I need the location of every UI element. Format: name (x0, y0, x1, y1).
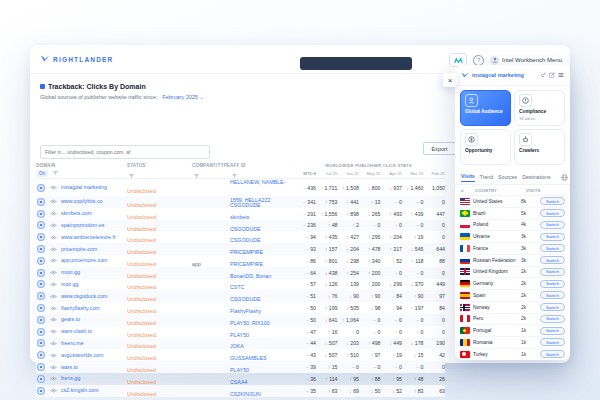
domain-link[interactable]: flashyflashy.com (61, 305, 127, 312)
funnel-icon[interactable] (53, 171, 58, 176)
switch-button[interactable]: Switch (540, 221, 565, 229)
card-compliance[interactable]: Compliance 18 alerts (514, 90, 565, 126)
domain-badge-icon[interactable] (36, 210, 46, 218)
eye-icon[interactable] (49, 294, 58, 299)
domain-link[interactable]: spainpromotion.es (61, 222, 127, 229)
eye-icon[interactable] (49, 185, 58, 190)
card-global-audience[interactable]: Global Audience (460, 90, 511, 126)
country-name: Peru (473, 316, 518, 321)
edit-icon[interactable] (549, 72, 555, 78)
domain-badge-icon[interactable] (36, 339, 46, 347)
eye-icon[interactable] (49, 376, 58, 381)
domain-link[interactable]: gears.io (61, 316, 127, 323)
aff-id-link[interactable]: CS2KINGUN (230, 391, 261, 397)
card-crawlers[interactable]: Crawlers (514, 129, 565, 165)
eye-icon[interactable] (49, 223, 58, 228)
domain-badge-icon[interactable] (36, 292, 46, 300)
eye-icon[interactable] (49, 270, 58, 275)
domain-link[interactable]: wars-clash.io (61, 328, 127, 335)
eye-icon[interactable] (49, 388, 58, 393)
domain-badge-icon[interactable] (36, 245, 46, 253)
domain-badge-icon[interactable] (36, 363, 46, 371)
switch-button[interactable]: Switch (540, 256, 565, 264)
domain-link[interactable]: pricempire.com (61, 246, 127, 253)
user-menu[interactable]: Intel Workbench Menu (490, 56, 562, 65)
eye-icon[interactable] (49, 365, 58, 370)
eye-icon[interactable] (49, 199, 58, 204)
menu-icon[interactable] (558, 72, 564, 78)
domain-badge-icon[interactable] (36, 257, 46, 265)
help-icon[interactable]: ? (473, 55, 484, 66)
stat-value: – 51 (292, 293, 316, 299)
card-opportunity[interactable]: Opportunity (460, 129, 511, 165)
domain-link[interactable]: www.copilybits.co (61, 198, 127, 205)
domain-badge-icon[interactable] (36, 316, 46, 324)
date-filter[interactable]: February 2025 (162, 94, 198, 100)
switch-button[interactable]: Switch (540, 327, 565, 335)
switch-button[interactable]: Switch (540, 197, 565, 205)
eye-icon[interactable] (49, 329, 58, 334)
eye-icon[interactable] (49, 235, 58, 240)
stat-value: ↑ 441 (338, 199, 360, 205)
switch-button[interactable]: Switch (540, 338, 565, 346)
link-icon[interactable] (540, 72, 546, 78)
tab-sources[interactable]: Sources (498, 174, 517, 182)
domain-link[interactable]: wars.io (61, 364, 127, 371)
domain-badge-icon[interactable] (36, 304, 46, 312)
domain-badge-icon[interactable] (36, 198, 46, 206)
column-header-domain[interactable]: DOMAIN (36, 163, 127, 168)
switch-button[interactable]: Switch (540, 209, 565, 217)
eye-icon[interactable] (49, 353, 58, 358)
switch-button[interactable]: Switch (540, 268, 565, 276)
stat-value: – 44 (292, 340, 316, 346)
switch-button[interactable]: Switch (540, 280, 565, 288)
eye-icon[interactable] (49, 258, 58, 263)
export-button[interactable]: Export (423, 142, 456, 155)
filter-input[interactable] (40, 145, 210, 159)
domain-badge-icon[interactable] (36, 351, 46, 359)
switch-button[interactable]: Switch (540, 244, 565, 252)
eye-icon[interactable] (49, 247, 58, 252)
eye-icon[interactable] (49, 341, 58, 346)
brand-logo[interactable]: RIGHTLANDER (40, 55, 114, 63)
br-flag-icon (460, 210, 470, 217)
column-header-visits: VISITS (526, 188, 564, 193)
domain-link[interactable]: www.ambienteleisure.fr (61, 234, 127, 241)
tab-trend[interactable]: Trend (480, 174, 493, 182)
domain-link[interactable]: app.pricempire.com (61, 257, 127, 264)
domain-badge-icon[interactable] (36, 387, 46, 395)
eye-icon[interactable] (49, 282, 58, 287)
domain-link[interactable]: mooi.gg (61, 269, 127, 276)
domain-link[interactable]: avgustworlds.com (61, 352, 127, 359)
switch-button[interactable]: Switch (540, 315, 565, 323)
domain-link[interactable]: instagoal marketing (61, 184, 127, 191)
chevron-down-icon[interactable]: ⌄ (199, 94, 203, 100)
domain-link[interactable]: cs2.kingsln.com (61, 387, 127, 394)
globe-icon[interactable] (561, 174, 568, 181)
switch-button[interactable]: Switch (540, 303, 565, 311)
domain-badge-icon[interactable] (36, 221, 46, 229)
domain-link[interactable]: skinbets.com (61, 210, 127, 217)
stat-column-header[interactable]: MTD ▾ (292, 171, 316, 176)
filter-toggle[interactable]: On (36, 170, 48, 177)
domain-badge-icon[interactable] (36, 280, 46, 288)
eye-icon[interactable] (49, 211, 58, 216)
eye-icon[interactable] (49, 317, 58, 322)
domain-link[interactable]: moz.gg (61, 281, 127, 288)
panel-close-button[interactable]: × (443, 73, 457, 87)
domain-badge-icon[interactable] (36, 328, 46, 336)
domain-link[interactable]: frens.gg (61, 375, 127, 382)
domain-badge-icon[interactable] (36, 233, 46, 241)
domain-badge-icon[interactable] (36, 375, 46, 383)
domain-badge-icon[interactable] (36, 269, 46, 277)
domain-link[interactable]: freeru.me (61, 340, 127, 347)
domain-link[interactable]: www.csgoduck.com (61, 293, 127, 300)
funnel-icon[interactable] (194, 174, 199, 179)
eye-icon[interactable] (49, 306, 58, 311)
tab-destinations[interactable]: Destinations (522, 174, 551, 182)
switch-button[interactable]: Switch (540, 350, 565, 358)
switch-button[interactable]: Switch (540, 233, 565, 241)
tab-visits[interactable]: Visits (461, 173, 475, 182)
switch-button[interactable]: Switch (540, 291, 565, 299)
domain-badge-icon[interactable] (36, 184, 46, 192)
